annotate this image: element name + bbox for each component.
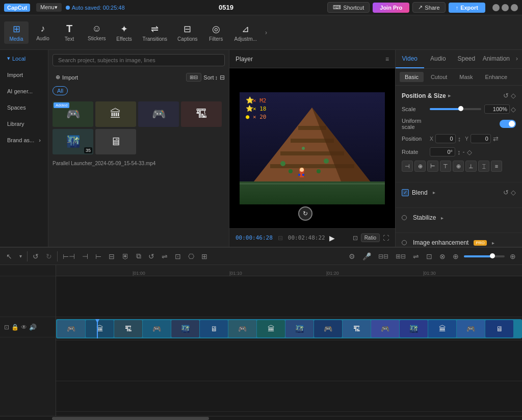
player-menu-icon[interactable]: ≡	[385, 56, 389, 63]
view-toggle-button[interactable]: ⊞⊟	[186, 73, 201, 82]
align-left[interactable]: ⊣	[402, 161, 413, 172]
subtab-mask[interactable]: Mask	[454, 72, 478, 82]
media-item-3[interactable]: 🏗	[181, 101, 222, 127]
toolbar-more-button[interactable]: ›	[263, 27, 269, 38]
tool-transitions[interactable]: ⇌ Transitions	[139, 21, 172, 44]
tl-action5[interactable]: ⊗	[437, 251, 448, 261]
tl-action6[interactable]: ⊕	[451, 251, 461, 261]
track-eye-icon[interactable]: 👁	[21, 324, 27, 331]
tab-animation[interactable]: Animation	[481, 50, 512, 68]
align-center-v[interactable]: ⊕	[453, 161, 464, 172]
minimize-button[interactable]	[492, 4, 500, 11]
tool-filters[interactable]: ◎ Filters	[204, 21, 228, 44]
timeline-playhead[interactable]	[97, 319, 98, 338]
scale-slider[interactable]	[430, 108, 481, 110]
mic-button[interactable]: 🎤	[360, 251, 373, 261]
share-button[interactable]: ↗ Share	[412, 2, 445, 13]
trim-left-button[interactable]: ⊣	[80, 251, 90, 261]
pos-x-input[interactable]	[435, 134, 456, 143]
media-item-2[interactable]: 🎮	[138, 101, 179, 127]
pos-y-input[interactable]	[471, 134, 491, 143]
tool-audio[interactable]: ♪ Audio	[31, 21, 55, 43]
sort-button[interactable]: Sort ↕	[203, 74, 218, 81]
nav-spaces[interactable]: Spaces	[2, 100, 46, 115]
menu-button[interactable]: Menu▾	[36, 3, 62, 12]
nav-library[interactable]: Library	[2, 117, 46, 131]
subtab-cutout[interactable]: Cutout	[426, 72, 452, 82]
subtab-enhance[interactable]: Enhance	[480, 72, 512, 82]
pos-up-btn[interactable]: ↕	[458, 135, 461, 143]
media-item-5[interactable]: 🖥	[95, 129, 136, 154]
tool-captions[interactable]: ⊟ Captions	[173, 21, 201, 44]
filter-all[interactable]: All	[53, 86, 68, 95]
stabilize-toggle[interactable]	[402, 215, 407, 220]
delete-button[interactable]: ⊟	[107, 251, 117, 261]
thumbnail-button[interactable]: ⊞	[199, 251, 210, 261]
export-button[interactable]: ↑ Export	[449, 3, 485, 13]
tl-zoom-thumb[interactable]	[490, 253, 495, 258]
align-extra2[interactable]: ≡	[491, 161, 502, 172]
rotate-stepper[interactable]: ↕	[457, 148, 461, 156]
scale-input[interactable]	[484, 104, 510, 114]
tool-text[interactable]: T Text	[57, 21, 82, 44]
select-tool-button[interactable]: ↖	[4, 251, 14, 261]
track-lock-icon[interactable]: 🔒	[11, 324, 19, 331]
video-track-bar[interactable]: 🎮 🏛 🏗 🎮 🌃 🖥 🎮 🏛 🌃 🎮 🏗 🎮	[56, 319, 522, 338]
rotate-keyframe-btn[interactable]: ◇	[467, 148, 472, 156]
track-settings-button[interactable]: ⚙	[347, 251, 357, 261]
tool-effects[interactable]: ✦ Effects	[112, 21, 137, 44]
play-button[interactable]: ▶	[329, 234, 335, 242]
tl-dropdown-button[interactable]: ▾	[17, 252, 24, 260]
tl-action2[interactable]: ⊞⊟	[394, 252, 408, 261]
fit-button[interactable]: ⊕	[508, 251, 518, 261]
tool-stickers[interactable]: ☺ Stickers	[84, 21, 110, 43]
align-bottom[interactable]: ⊥	[465, 161, 477, 172]
split-button[interactable]: ⊢⊣	[61, 251, 77, 261]
join-pro-button[interactable]: Join Pro	[373, 3, 409, 13]
track-audio-icon[interactable]: 🔊	[29, 324, 37, 331]
h-scrollbar[interactable]	[0, 416, 522, 420]
tab-speed[interactable]: Speed	[452, 50, 481, 68]
close-button[interactable]	[511, 4, 518, 11]
media-item-4[interactable]: 🌃 35	[53, 129, 93, 154]
duplicate-button[interactable]: ⧉	[134, 251, 143, 261]
enhancement-toggle[interactable]	[402, 240, 407, 245]
mirror-button[interactable]: ⇌	[160, 251, 170, 261]
player-rotate-button[interactable]: ↻	[298, 206, 312, 221]
protect-button[interactable]: ⛨	[120, 251, 131, 261]
nav-local[interactable]: ▾ Local	[2, 51, 46, 66]
filter-button[interactable]: ⊟	[220, 74, 225, 81]
tl-action3[interactable]: ⇌	[411, 251, 421, 261]
nav-brand[interactable]: Brand as... ›	[2, 133, 46, 147]
keyframe-blend-button[interactable]: ◇	[511, 189, 516, 196]
maximize-button[interactable]	[502, 4, 509, 11]
tab-video[interactable]: Video	[396, 50, 424, 68]
align-extra1[interactable]: ⌶	[478, 161, 489, 172]
media-item-0[interactable]: 🎮 Added	[53, 101, 93, 127]
tl-action1[interactable]: ⊟⊟	[376, 252, 390, 261]
crop-button[interactable]: ⊡	[173, 251, 183, 261]
pos-link-btn[interactable]: ⇄	[493, 135, 499, 143]
tabs-more-button[interactable]: ›	[512, 50, 522, 68]
align-top[interactable]: ⊤	[440, 161, 451, 172]
keyframe-position-button[interactable]: ◇	[511, 92, 516, 99]
align-center-h[interactable]: ⊕	[414, 161, 426, 172]
aspect-ratio-btn[interactable]: ⊡	[353, 234, 358, 242]
tab-audio[interactable]: Audio	[424, 50, 453, 68]
freeze-button[interactable]: ⎔	[186, 251, 196, 261]
redo-button[interactable]: ↻	[44, 251, 54, 261]
undo-button[interactable]: ↺	[31, 251, 41, 261]
nav-import[interactable]: Import	[2, 68, 46, 82]
h-scrollbar-thumb[interactable]	[52, 417, 208, 420]
scale-slider-thumb[interactable]	[458, 106, 463, 111]
scale-keyframe-button[interactable]: ◇	[511, 106, 516, 113]
rotate-input[interactable]	[430, 147, 455, 156]
import-button[interactable]: ⊕ Import	[53, 72, 81, 82]
media-search-input[interactable]	[53, 54, 225, 66]
subtab-basic[interactable]: Basic	[400, 72, 424, 82]
nav-ai-generated[interactable]: AI gener...	[2, 84, 46, 98]
trim-right-button[interactable]: ⊢	[93, 251, 103, 261]
tl-zoom-slider[interactable]	[464, 255, 505, 257]
ratio-button[interactable]: Ratio	[361, 233, 380, 242]
tool-adjustments[interactable]: ⊿ Adjustm...	[230, 21, 261, 44]
